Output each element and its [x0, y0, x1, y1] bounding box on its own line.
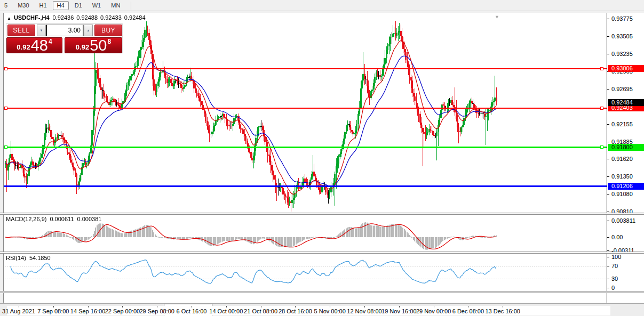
price-tick	[607, 89, 609, 90]
time-tick-label: 6 Dec 08:00	[452, 308, 484, 314]
time-tick-label: 29 Nov 00:00	[416, 308, 451, 314]
resistance-line-1[interactable]	[4, 68, 607, 69]
time-tick-label: 28 Oct 16:00	[279, 308, 312, 314]
pane-separator-time	[0, 291, 644, 293]
support-line-blue[interactable]	[4, 185, 607, 187]
time-tick	[399, 306, 400, 307]
buy-price-box[interactable]: 0.92508	[65, 37, 122, 53]
pane-separator-macd[interactable]	[0, 213, 644, 215]
chart-shift-marker-icon[interactable]: ▼	[495, 14, 499, 20]
price-tick-label: 0.93505	[611, 33, 633, 39]
macd-scale-label: 0.00	[611, 234, 623, 240]
timeframe-toolbar: 5M30H1H4D1W1MN	[0, 0, 644, 11]
price-tick	[607, 159, 609, 159]
time-tick	[503, 306, 503, 307]
price-tick-label: 0.91080	[611, 191, 633, 197]
pane-separator-rsi[interactable]	[0, 252, 644, 254]
time-tick	[157, 306, 157, 307]
rsi-value: 54.1850	[29, 255, 51, 261]
price-tick	[607, 212, 609, 212]
time-tick-label: 13 Dec 16:00	[485, 308, 520, 314]
rsi-canvas[interactable]	[4, 254, 607, 291]
price-tick	[607, 142, 609, 142]
resistance-line-1-handle-left[interactable]	[4, 67, 7, 70]
price-tick-label: 0.93775	[611, 15, 633, 22]
rsi-indicator-label: RSI(14)54.1850	[6, 255, 54, 261]
buy-price-sup: 8	[107, 38, 111, 45]
resistance-line-2-handle-left[interactable]	[4, 107, 7, 110]
rsi-scale-label: 70	[611, 263, 618, 269]
macd-value-1: 0.000611	[50, 216, 74, 222]
buy-button[interactable]: BUY	[94, 25, 122, 36]
time-tick-label: 6 Oct 16:00	[177, 308, 207, 314]
resistance-line-2[interactable]	[4, 108, 607, 109]
time-tick-label: 21 Oct 08:00	[244, 308, 277, 314]
volume-stepper: ▼ ▲	[37, 25, 93, 36]
chart-ohlc-header: ▲USDCHF-,H40.924360.924880.924330.92484	[7, 14, 148, 21]
price-tick	[607, 194, 609, 195]
rsi-name: RSI(14)	[6, 255, 26, 261]
ohlc-open: 0.92436	[53, 14, 74, 21]
chart-area[interactable]: ▲USDCHF-,H40.924360.924880.924330.92484 …	[3, 13, 607, 303]
sell-price-sup: 4	[49, 38, 52, 45]
timeframe-button-mn[interactable]: MN	[107, 1, 124, 10]
volume-decrease-icon[interactable]: ▼	[37, 25, 46, 36]
time-tick	[122, 306, 123, 307]
buy-price-prefix: 0.92	[76, 43, 89, 51]
support-line-green-handle-right[interactable]	[600, 145, 603, 149]
price-tick	[607, 19, 609, 19]
time-tick	[53, 306, 54, 307]
time-tick	[19, 306, 19, 307]
time-tick-label: 29 Sep 08:00	[139, 308, 174, 314]
timeframe-button-m30[interactable]: M30	[13, 1, 33, 10]
time-tick	[434, 306, 434, 307]
price-tick-label: 0.93235	[611, 51, 633, 57]
price-tick-label: 0.91350	[611, 173, 633, 180]
time-tick	[364, 306, 365, 307]
time-tick	[226, 306, 227, 307]
time-tick-label: 7 Sep 08:00	[37, 308, 69, 314]
timeframe-button-w1[interactable]: W1	[88, 1, 106, 10]
timeframe-button-5[interactable]: 5	[0, 1, 12, 10]
sell-price-prefix: 0.92	[17, 43, 30, 51]
price-tick	[607, 54, 609, 54]
ohlc-low: 0.92433	[100, 14, 122, 21]
time-tick	[330, 306, 330, 307]
time-tick	[468, 306, 468, 307]
support-line-green[interactable]	[4, 147, 607, 148]
volume-increase-icon[interactable]: ▲	[84, 25, 93, 36]
resistance-line-1-handle-right[interactable]	[600, 67, 603, 70]
time-tick-label: 14 Sep 16:00	[70, 308, 105, 314]
chart-symbol-label: USDCHF-,H4	[14, 14, 50, 21]
rsi-scale-tick	[607, 266, 609, 266]
support-line-green-price-label: 0.91800	[608, 144, 644, 151]
one-click-trade-panel: SELL ▼ ▲ BUY 0.92484 0.92508	[6, 23, 123, 53]
time-tick-label: 12 Nov 08:00	[347, 308, 381, 314]
macd-scale-label: 0.003811	[611, 217, 635, 224]
sell-price-box[interactable]: 0.92484	[6, 37, 62, 53]
resistance-line-2-handle-right[interactable]	[600, 107, 603, 110]
rsi-scale-label: 0	[611, 285, 615, 291]
collapse-panel-icon[interactable]: ▲	[7, 16, 11, 21]
buy-price-big: 50	[90, 38, 107, 52]
support-line-green-handle-left[interactable]	[4, 145, 7, 149]
rsi-scale-label: 100	[611, 254, 621, 260]
macd-scale-tick	[607, 221, 609, 221]
current-price-label: 0.92484	[608, 99, 644, 106]
volume-input[interactable]	[46, 25, 84, 36]
price-tick	[607, 124, 609, 125]
macd-value-2: 0.000381	[77, 216, 102, 222]
timeframe-button-h4[interactable]: H4	[53, 1, 69, 10]
timeframe-button-h1[interactable]: H1	[35, 1, 51, 10]
timeframe-button-d1[interactable]: D1	[70, 1, 86, 10]
time-tick-label: 19 Nov 16:00	[381, 308, 416, 314]
time-tick	[88, 306, 89, 307]
rsi-scale-tick	[607, 288, 609, 288]
time-axis: 31 Aug 20217 Sep 08:0014 Sep 16:0022 Sep…	[7, 306, 610, 315]
time-tick-label: 5 Nov 00:00	[314, 308, 346, 314]
sell-button[interactable]: SELL	[7, 25, 35, 36]
time-tick-label: 22 Sep 00:00	[105, 308, 140, 314]
support-line-blue-price-label: 0.91206	[608, 183, 644, 190]
macd-indicator-label: MACD(12,26,9)0.0006110.000381	[6, 216, 105, 222]
time-tick-label: 31 Aug 2021	[2, 308, 35, 314]
